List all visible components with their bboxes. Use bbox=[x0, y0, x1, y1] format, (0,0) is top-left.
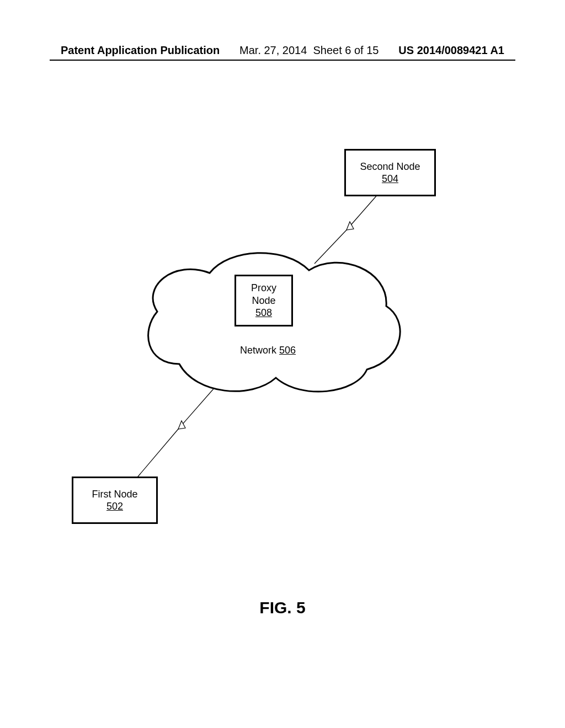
figure-label: FIG. 5 bbox=[0, 598, 565, 617]
network-cloud: Proxy Node 508 Network 506 bbox=[135, 248, 406, 397]
patent-header: Patent Application Publication Mar. 27, … bbox=[0, 44, 565, 57]
network-diagram: Second Node 504 Proxy Node 508 Network 5… bbox=[72, 149, 436, 524]
proxy-node-ref: 508 bbox=[255, 307, 272, 319]
second-node-ref: 504 bbox=[382, 173, 398, 185]
svg-line-3 bbox=[135, 429, 178, 480]
publication-type: Patent Application Publication bbox=[61, 44, 220, 57]
publication-number: US 2014/0089421 A1 bbox=[398, 44, 504, 57]
network-label: Network 506 bbox=[240, 345, 296, 356]
network-label-ref: 506 bbox=[279, 345, 296, 356]
proxy-node-box: Proxy Node 508 bbox=[234, 275, 293, 326]
proxy-node-line2: Node bbox=[252, 295, 275, 307]
connector-first-to-cloud bbox=[124, 386, 223, 483]
first-node-label: First Node bbox=[92, 488, 137, 501]
first-node-ref: 502 bbox=[106, 500, 123, 513]
second-node-label: Second Node bbox=[360, 160, 420, 173]
sheet-info: Sheet 6 of 15 bbox=[313, 44, 379, 56]
header-divider bbox=[50, 60, 515, 61]
publication-date-sheet: Mar. 27, 2014 Sheet 6 of 15 bbox=[239, 44, 379, 57]
second-node-box: Second Node 504 bbox=[344, 149, 436, 196]
proxy-node-line1: Proxy bbox=[251, 282, 276, 295]
publication-date: Mar. 27, 2014 bbox=[239, 44, 307, 56]
first-node-box: First Node 502 bbox=[72, 477, 158, 524]
network-label-text: Network bbox=[240, 345, 279, 356]
